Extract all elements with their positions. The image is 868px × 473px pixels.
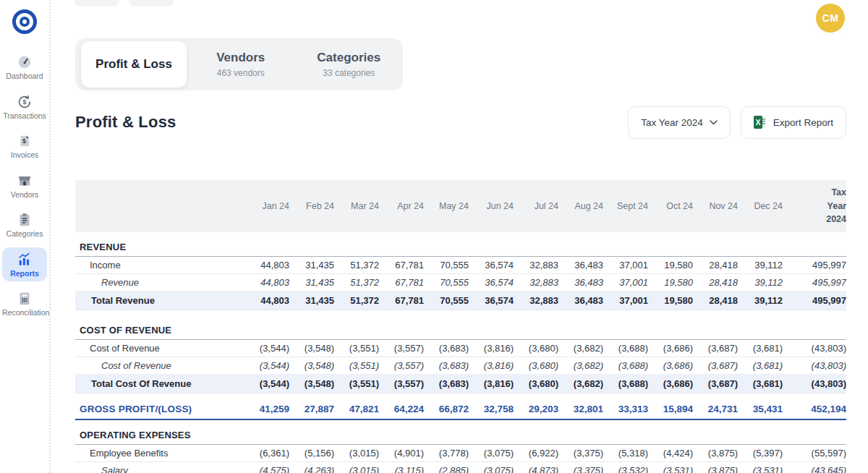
table-row-employee-benefits: Employee Benefits(6,361)(5,156)(3,015)(4… — [75, 445, 846, 462]
sidebar: Dashboard$Transactions$InvoicesVendorsCa… — [0, 0, 51, 473]
value-cell: 35,431 — [739, 404, 784, 414]
value-cell: (3,548) — [291, 378, 336, 389]
value-cell: (3,875) — [694, 465, 739, 473]
row-label: OPERATING EXPENSES — [75, 430, 846, 440]
sidebar-item-label: Vendors — [2, 191, 47, 200]
value-cell: (3,683) — [425, 378, 470, 389]
row-label: Total Revenue — [75, 295, 246, 306]
value-cell: (55,597) — [784, 448, 846, 459]
value-cell: 36,483 — [560, 260, 605, 270]
sidebar-item-reports[interactable]: Reports — [2, 247, 47, 282]
value-cell: (3,015) — [336, 465, 380, 473]
page-controls: Tax Year 2024 X Export Report — [628, 106, 846, 139]
value-cell: (4,901) — [380, 448, 425, 459]
tab-label: Profit & Loss — [95, 57, 172, 72]
value-cell: (3,686) — [650, 360, 694, 371]
column-header: Tax Year 2024 — [784, 186, 846, 226]
row-label: REVENUE — [75, 242, 846, 252]
value-cell: (4,873) — [515, 465, 560, 473]
column-header: Jan 24 — [246, 201, 291, 211]
value-cell: 36,574 — [470, 260, 515, 270]
sidebar-item-dashboard[interactable]: Dashboard — [2, 50, 47, 85]
value-cell: (3,557) — [380, 360, 425, 371]
value-cell: 51,372 — [336, 295, 380, 306]
value-cell: 495,997 — [784, 260, 846, 270]
value-cell: 41,259 — [246, 404, 291, 414]
value-cell: (5,156) — [291, 448, 336, 459]
value-cell: (3,680) — [515, 360, 560, 371]
row-label: Employee Benefits — [75, 448, 246, 459]
value-cell: (43,803) — [784, 343, 846, 354]
svg-text:$: $ — [22, 137, 26, 145]
column-header: Feb 24 — [291, 201, 336, 211]
sidebar-item-label: Dashboard — [2, 72, 47, 81]
value-cell: (3,875) — [694, 448, 739, 459]
value-cell: 67,781 — [380, 295, 425, 306]
value-cell: (3,778) — [425, 448, 470, 459]
clipboard-icon — [2, 212, 47, 228]
column-header: Oct 24 — [650, 201, 694, 211]
value-cell: (3,551) — [336, 360, 380, 371]
value-cell: 19,580 — [650, 277, 694, 288]
row-label: COST OF REVENUE — [75, 325, 846, 336]
tab-profit-loss[interactable]: Profit & Loss — [81, 41, 187, 88]
tab-vendors[interactable]: Vendors463 vendors — [187, 51, 295, 78]
row-label: Cost of Revenue — [75, 360, 246, 371]
value-cell: 64,224 — [380, 404, 425, 414]
value-cell: 37,001 — [605, 295, 650, 306]
value-cell: 28,418 — [694, 260, 739, 270]
row-label: GROSS PROFIT/(LOSS) — [75, 404, 246, 414]
value-cell: (3,683) — [425, 360, 470, 371]
value-cell: (3,687) — [694, 360, 739, 371]
value-cell: (4,263) — [291, 465, 336, 473]
value-cell: (3,688) — [605, 378, 650, 389]
excel-icon: X — [754, 116, 767, 129]
value-cell: 67,781 — [380, 260, 425, 270]
chevron-down-icon — [710, 120, 718, 125]
value-cell: 44,803 — [246, 295, 291, 306]
tab-label: Categories — [295, 51, 404, 65]
table-row-cost-of-revenue: Cost of Revenue(3,544)(3,548)(3,551)(3,5… — [75, 357, 846, 375]
value-cell: 70,555 — [425, 277, 470, 288]
invoice-icon: $ — [2, 133, 47, 149]
column-header: Dec 24 — [739, 201, 784, 211]
value-cell: 36,574 — [470, 295, 515, 306]
sidebar-item-transactions[interactable]: $Transactions — [2, 90, 47, 124]
app-logo[interactable] — [12, 9, 37, 34]
table-row-cost-of-revenue: COST OF REVENUE — [75, 321, 846, 340]
sidebar-item-categories[interactable]: Categories — [2, 208, 47, 242]
value-cell: (43,803) — [784, 360, 846, 371]
value-cell: (5,397) — [739, 448, 784, 459]
column-header: Nov 24 — [694, 201, 739, 211]
table-row-gap — [75, 393, 846, 399]
sidebar-item-label: Categories — [2, 230, 47, 239]
value-cell: 32,883 — [515, 260, 560, 270]
page-title: Profit & Loss — [75, 113, 176, 132]
sidebar-item-reconciliation[interactable]: Reconciliation — [2, 286, 47, 321]
value-cell: (3,682) — [560, 343, 605, 354]
value-cell: 32,883 — [515, 277, 560, 288]
value-cell: (3,532) — [605, 465, 650, 473]
storefront-icon — [2, 173, 47, 189]
sidebar-item-invoices[interactable]: $Invoices — [2, 129, 47, 163]
svg-text:X: X — [755, 118, 760, 127]
value-cell: 32,883 — [515, 295, 560, 306]
row-label: Income — [75, 260, 246, 270]
value-cell: 33,313 — [605, 404, 650, 414]
pnl-table: Jan 24Feb 24Mar 24Apr 24May 24Jun 24Jul … — [75, 180, 846, 473]
tax-year-select[interactable]: Tax Year 2024 — [628, 106, 731, 139]
value-cell: 39,112 — [739, 277, 784, 288]
report-tabs: Profit & LossVendors463 vendorsCategorie… — [75, 38, 403, 90]
value-cell: (43,803) — [784, 378, 846, 389]
row-label: Revenue — [75, 277, 246, 288]
table-row-revenue: Revenue44,80331,43551,37267,78170,55536,… — [75, 274, 846, 291]
value-cell: (3,688) — [605, 360, 650, 371]
value-cell: (3,375) — [560, 465, 605, 473]
value-cell: (3,682) — [560, 360, 605, 371]
export-report-label: Export Report — [773, 117, 833, 128]
value-cell: 36,483 — [560, 277, 605, 288]
page-header: Profit & Loss Tax Year 2024 X — [75, 106, 846, 139]
sidebar-item-vendors[interactable]: Vendors — [2, 169, 47, 203]
export-report-button[interactable]: X Export Report — [741, 106, 846, 139]
tab-categories[interactable]: Categories33 categories — [295, 51, 404, 78]
